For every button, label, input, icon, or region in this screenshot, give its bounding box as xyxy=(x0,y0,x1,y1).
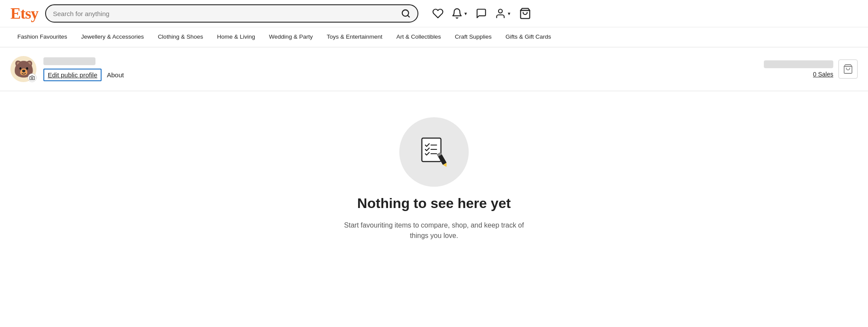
search-icon xyxy=(401,9,411,18)
camera-icon xyxy=(30,75,35,80)
search-input[interactable] xyxy=(53,10,398,17)
account-icon xyxy=(495,8,506,19)
avatar-container: 🐻 xyxy=(10,56,36,82)
nav-item-art[interactable]: Art & Collectibles xyxy=(389,27,448,47)
main-navbar: Fashion Favourites Jewellery & Accessori… xyxy=(0,27,868,47)
bell-icon xyxy=(451,8,463,19)
shop-icon-button[interactable] xyxy=(838,59,858,79)
profile-info: Edit public profile About xyxy=(43,57,124,81)
header-icons: ▼ ▼ xyxy=(432,7,531,20)
nav-item-clothing[interactable]: Clothing & Shoes xyxy=(151,27,210,47)
notifications-button[interactable]: ▼ xyxy=(451,8,468,19)
shop-bag-icon xyxy=(843,64,853,74)
profile-shop-name-blurred xyxy=(764,60,833,68)
messages-icon xyxy=(476,8,487,19)
account-dropdown-arrow: ▼ xyxy=(507,11,511,16)
nav-item-toys[interactable]: Toys & Entertainment xyxy=(320,27,389,47)
nav-item-gifts[interactable]: Gifts & Gift Cards xyxy=(499,27,558,47)
profile-right: 0 Sales xyxy=(764,59,858,79)
nav-item-craft[interactable]: Craft Supplies xyxy=(448,27,499,47)
heart-icon xyxy=(432,8,444,19)
messages-button[interactable] xyxy=(476,8,487,19)
empty-state-icon xyxy=(399,117,469,187)
svg-point-4 xyxy=(31,77,33,79)
cart-button[interactable] xyxy=(519,7,531,20)
checklist-icon xyxy=(417,135,451,169)
nav-item-home[interactable]: Home & Living xyxy=(210,27,262,47)
etsy-logo[interactable]: Etsy xyxy=(10,4,38,23)
profile-section: 🐻 Edit public profile About 0 Sales xyxy=(0,47,868,91)
header: Etsy ▼ xyxy=(0,0,868,27)
nav-item-fashion[interactable]: Fashion Favourites xyxy=(10,27,74,47)
nav-item-wedding[interactable]: Wedding & Party xyxy=(262,27,320,47)
cart-icon xyxy=(519,7,531,20)
edit-profile-link[interactable]: Edit public profile xyxy=(43,69,102,81)
main-content: Nothing to see here yet Start favouritin… xyxy=(0,91,868,267)
nav-item-jewellery[interactable]: Jewellery & Accessories xyxy=(74,27,151,47)
search-button[interactable] xyxy=(401,9,411,18)
wishlist-button[interactable] xyxy=(432,8,444,19)
about-link[interactable]: About xyxy=(107,71,124,79)
profile-name-blurred xyxy=(43,57,95,65)
sales-link[interactable]: 0 Sales xyxy=(813,71,833,78)
edit-avatar-button[interactable] xyxy=(28,73,36,82)
svg-line-1 xyxy=(408,15,409,17)
profile-links: Edit public profile About xyxy=(43,69,124,81)
notifications-dropdown-arrow: ▼ xyxy=(464,11,468,16)
profile-left: 🐻 Edit public profile About xyxy=(10,56,124,82)
search-bar xyxy=(45,4,418,23)
empty-state-title: Nothing to see here yet xyxy=(357,195,511,211)
empty-state-subtitle: Start favouriting items to compare, shop… xyxy=(339,220,529,241)
svg-point-2 xyxy=(499,9,503,13)
account-button[interactable]: ▼ xyxy=(495,8,511,19)
